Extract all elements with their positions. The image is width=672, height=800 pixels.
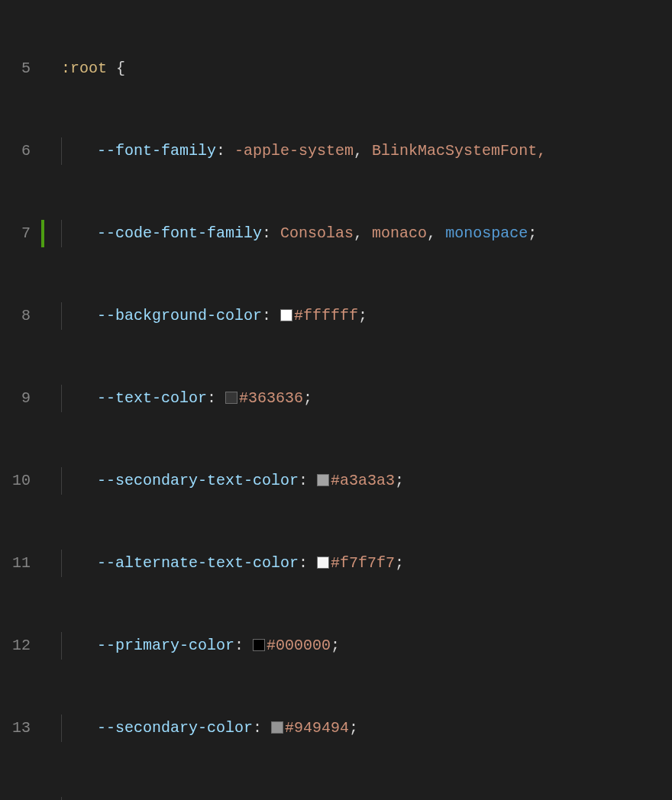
color-swatch[interactable]: [271, 721, 283, 734]
css-property: --alternate-text-color: [97, 554, 299, 572]
code-line[interactable]: --background-color: #ffffff;: [61, 302, 672, 330]
css-color-value: #ffffff: [294, 307, 358, 324]
color-swatch[interactable]: [317, 556, 329, 569]
line-number-gutter: 5 6 7 8 9 10 11 12 13 14 15 16 17 18 19 …: [0, 0, 41, 800]
color-swatch[interactable]: [317, 474, 329, 486]
code-line[interactable]: --green-color: #3a9417;: [61, 797, 672, 800]
color-swatch[interactable]: [280, 309, 292, 321]
code-line[interactable]: --font-family: -apple-system, BlinkMacSy…: [61, 137, 672, 165]
line-number: 9: [0, 385, 31, 412]
line-number: 6: [0, 137, 31, 165]
line-number: 5: [0, 55, 31, 82]
css-property: --background-color: [97, 307, 262, 324]
code-line[interactable]: --primary-color: #000000;: [61, 632, 672, 660]
code-line[interactable]: --code-font-family: Consolas, monaco, mo…: [61, 220, 672, 247]
code-line[interactable]: --secondary-text-color: #a3a3a3;: [61, 467, 672, 495]
modified-line-marker: [41, 220, 44, 247]
line-number: 13: [0, 715, 31, 742]
css-property: --text-color: [97, 389, 207, 407]
css-value: monaco: [372, 224, 427, 242]
color-swatch[interactable]: [253, 639, 265, 651]
css-property: --secondary-text-color: [97, 472, 299, 489]
code-line[interactable]: --secondary-color: #949494;: [61, 715, 672, 742]
line-number: 7: [0, 220, 31, 247]
css-value: BlinkMacSystemFont,: [372, 142, 546, 160]
css-color-value: #363636: [239, 389, 303, 407]
css-color-value: #000000: [267, 637, 331, 654]
css-property: --font-family: [97, 142, 216, 160]
color-swatch[interactable]: [225, 392, 237, 404]
code-area[interactable]: :root { --font-family: -apple-system, Bl…: [46, 0, 672, 800]
css-property: --primary-color: [97, 637, 234, 654]
line-number: 11: [0, 550, 31, 577]
css-value: monospace: [445, 224, 528, 242]
css-color-value: #f7f7f7: [331, 554, 395, 572]
line-number: 12: [0, 632, 31, 660]
line-number: 14: [0, 797, 31, 800]
code-line[interactable]: --alternate-text-color: #f7f7f7;: [61, 550, 672, 577]
css-value: Consolas: [280, 224, 354, 242]
selector-root: :root: [61, 60, 107, 77]
css-color-value: #949494: [285, 719, 349, 737]
css-value: -apple-system: [234, 142, 354, 160]
line-number: 8: [0, 302, 31, 330]
css-color-value: #a3a3a3: [331, 472, 395, 489]
css-property: --secondary-color: [97, 719, 253, 737]
code-editor[interactable]: 5 6 7 8 9 10 11 12 13 14 15 16 17 18 19 …: [0, 0, 672, 800]
line-number: 10: [0, 467, 31, 495]
css-property: --code-font-family: [97, 224, 262, 242]
code-line[interactable]: --text-color: #363636;: [61, 385, 672, 412]
code-line[interactable]: :root {: [61, 55, 672, 82]
